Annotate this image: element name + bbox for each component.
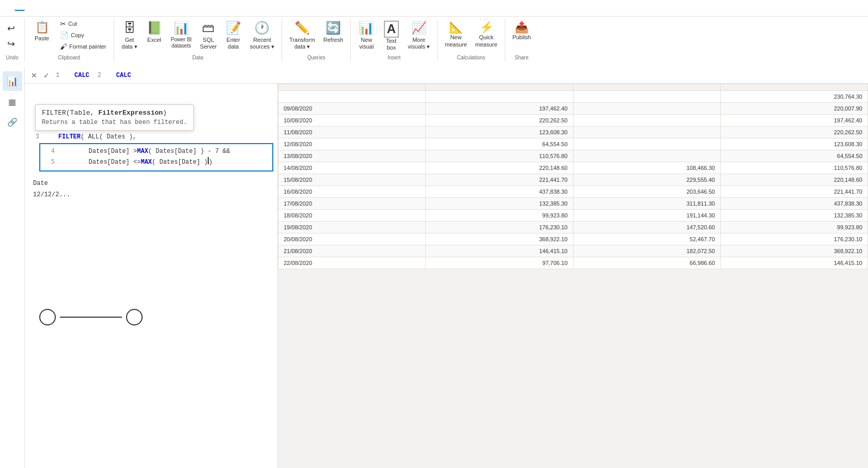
cell-c2: 97,706.10 bbox=[426, 257, 573, 269]
timeline-slider[interactable] bbox=[39, 309, 284, 325]
table-row: 12/08/202064,554.50123,608.30 bbox=[278, 138, 868, 150]
cell-c3: 66,986.60 bbox=[573, 257, 720, 269]
new-measure-label: Newmeasure bbox=[445, 34, 467, 48]
cell-c4: 99,923.80 bbox=[720, 222, 867, 233]
menu-bar bbox=[0, 0, 868, 17]
col3-header bbox=[573, 84, 720, 91]
menu-insert[interactable] bbox=[25, 6, 35, 10]
ribbon-section-undoredo: ↩ ↪ Undo bbox=[0, 19, 25, 61]
date-field-label: Date bbox=[29, 178, 273, 189]
menu-format[interactable] bbox=[66, 6, 76, 10]
transform-data-button[interactable]: ✏️ Transformdata ▾ bbox=[286, 19, 318, 52]
left-sidebar: 📊 ▦ 🔗 bbox=[0, 67, 25, 468]
text-box-label: Textbox bbox=[386, 38, 396, 51]
sidebar-model-view[interactable]: 🔗 bbox=[3, 113, 22, 131]
menu-measure-tools[interactable] bbox=[97, 6, 107, 10]
new-measure-button[interactable]: 📐 Newmeasure bbox=[442, 19, 470, 50]
refresh-button[interactable]: 🔄 Refresh bbox=[320, 19, 347, 45]
col-date-header bbox=[278, 84, 426, 91]
new-visual-button[interactable]: 📊 Newvisual bbox=[355, 19, 378, 52]
cell-c3 bbox=[573, 150, 720, 162]
powerbi-datasets-button[interactable]: 📊 Power BIdatasets bbox=[168, 19, 195, 51]
formula-line2: 2 CALC bbox=[98, 72, 131, 79]
menu-help[interactable] bbox=[56, 6, 66, 10]
cell-c2: 146,415.10 bbox=[426, 245, 573, 257]
text-box-button[interactable]: A Textbox bbox=[380, 19, 402, 53]
recent-sources-button[interactable]: 🕐 Recentsources ▾ bbox=[247, 19, 278, 52]
queries-section-label: Queries bbox=[307, 55, 326, 60]
table-row: 14/08/2020220,148.60108,466.30110,576.80 bbox=[278, 162, 868, 174]
cell-c3: 147,520.60 bbox=[573, 222, 720, 233]
sql-server-button[interactable]: 🗃 SQLServer bbox=[197, 19, 220, 52]
sidebar-table-view[interactable]: ▦ bbox=[4, 93, 20, 111]
ribbon-section-calculations: 📐 Newmeasure ⚡ Quickmeasure Calculations bbox=[438, 19, 505, 61]
dax-editor-panel: FILTER(Table, FilterExpression) Returns … bbox=[25, 84, 278, 468]
table-body: 230,764.3009/08/2020197,462.40220,007.90… bbox=[278, 91, 868, 269]
ribbon-section-queries: ✏️ Transformdata ▾ 🔄 Refresh Queries bbox=[282, 19, 351, 61]
cell-c4: 220,148.60 bbox=[720, 174, 867, 186]
paste-button[interactable]: 📋 Paste bbox=[29, 19, 55, 44]
cell-c4: 176,230.10 bbox=[720, 233, 867, 245]
cell-c4: 64,554.50 bbox=[720, 150, 867, 162]
cell-date: 11/08/2020 bbox=[278, 127, 426, 138]
dax-lines[interactable]: FILTER(Table, FilterExpression) Returns … bbox=[25, 84, 277, 226]
undo-button[interactable]: ↩ bbox=[4, 21, 18, 36]
cell-c2: 123,608.30 bbox=[426, 127, 573, 138]
cell-c3 bbox=[573, 103, 720, 115]
recent-sources-label: Recentsources ▾ bbox=[250, 37, 275, 50]
menu-modeling[interactable] bbox=[35, 6, 45, 10]
copy-label: Copy bbox=[71, 32, 84, 38]
table-row: 10/08/2020220,262.50197,462.40 bbox=[278, 115, 868, 127]
quick-measure-icon: ⚡ bbox=[479, 21, 493, 34]
cell-c3 bbox=[573, 127, 720, 138]
powerbi-datasets-label: Power BIdatasets bbox=[171, 37, 192, 49]
get-data-label: Getdata ▾ bbox=[121, 37, 137, 50]
cell-date: 12/08/2020 bbox=[278, 138, 426, 150]
table-row: 09/08/2020197,462.40220,007.90 bbox=[278, 103, 868, 115]
table-row: 15/08/2020221,441.70229,555.40220,148.60 bbox=[278, 174, 868, 186]
autocomplete-title: FILTER(Table, FilterExpression) bbox=[42, 109, 187, 117]
copy-button[interactable]: 📄 Copy bbox=[57, 30, 110, 40]
refresh-icon: 🔄 bbox=[326, 21, 341, 36]
table-row: 11/08/2020123,608.30220,262.50 bbox=[278, 127, 868, 138]
col2-header bbox=[426, 84, 573, 91]
menu-data-drill[interactable] bbox=[76, 6, 87, 10]
cell-c2: 110,576.80 bbox=[426, 150, 573, 162]
excel-button[interactable]: 📗 Excel bbox=[143, 19, 166, 45]
formula-confirm-button[interactable]: ✓ bbox=[41, 70, 52, 81]
copy-icon: 📄 bbox=[60, 31, 69, 39]
redo-button[interactable]: ↪ bbox=[4, 36, 18, 52]
quick-measure-button[interactable]: ⚡ Quickmeasure bbox=[472, 19, 501, 50]
format-painter-button[interactable]: 🖌 Format painter bbox=[57, 41, 110, 52]
cell-date: 10/08/2020 bbox=[278, 115, 426, 127]
excel-label: Excel bbox=[147, 37, 161, 43]
cell-c2: 176,230.10 bbox=[426, 222, 573, 233]
menu-home[interactable] bbox=[14, 6, 25, 11]
cell-c2: 220,262.50 bbox=[426, 115, 573, 127]
get-data-button[interactable]: 🗄 Getdata ▾ bbox=[118, 19, 141, 52]
new-measure-icon: 📐 bbox=[449, 21, 463, 34]
cell-c4: 110,576.80 bbox=[720, 162, 867, 174]
cell-date: 19/08/2020 bbox=[278, 222, 426, 233]
enter-data-button[interactable]: 📝 Enterdata bbox=[222, 19, 245, 52]
publish-label: Publish bbox=[513, 34, 531, 41]
sidebar-report-view[interactable]: 📊 bbox=[3, 71, 22, 91]
menu-view[interactable] bbox=[45, 6, 56, 10]
ribbon-section-insert: 📊 Newvisual A Textbox 📈 Morevisuals ▾ In… bbox=[351, 19, 438, 61]
cell-c4: 220,007.90 bbox=[720, 103, 867, 115]
formula-cancel-button[interactable]: ✕ bbox=[29, 70, 39, 81]
more-visuals-button[interactable]: 📈 Morevisuals ▾ bbox=[405, 19, 433, 52]
cell-c4: 123,608.30 bbox=[720, 138, 867, 150]
cell-date: 21/08/2020 bbox=[278, 245, 426, 257]
format-painter-label: Format painter bbox=[69, 43, 106, 50]
menu-table-tools[interactable] bbox=[87, 6, 97, 10]
timeline-circle-start[interactable] bbox=[39, 309, 56, 325]
publish-button[interactable]: 📤 Publish bbox=[509, 19, 534, 43]
table-row: 16/08/2020437,838.30203,646.50221,441.70 bbox=[278, 186, 868, 198]
timeline-circle-end[interactable] bbox=[126, 309, 143, 325]
menu-file[interactable] bbox=[4, 6, 14, 10]
cell-c4: 220,262.50 bbox=[720, 127, 867, 138]
date-field-value: 12/12/2... bbox=[29, 189, 273, 200]
paste-icon: 📋 bbox=[35, 21, 49, 34]
cut-button[interactable]: ✂ Cut bbox=[57, 19, 110, 29]
